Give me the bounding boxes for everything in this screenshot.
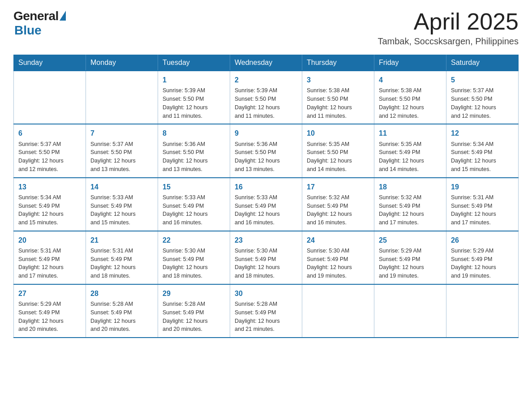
day-info: Sunrise: 5:39 AM Sunset: 5:50 PM Dayligh…	[235, 86, 297, 120]
calendar-cell	[86, 71, 158, 124]
calendar-cell: 13Sunrise: 5:34 AM Sunset: 5:49 PM Dayli…	[14, 178, 86, 231]
logo: General Blue	[13, 9, 66, 38]
day-info: Sunrise: 5:33 AM Sunset: 5:49 PM Dayligh…	[90, 193, 153, 227]
day-number: 20	[18, 235, 81, 245]
day-info: Sunrise: 5:31 AM Sunset: 5:49 PM Dayligh…	[90, 247, 153, 280]
day-info: Sunrise: 5:39 AM Sunset: 5:50 PM Dayligh…	[163, 86, 225, 120]
day-info: Sunrise: 5:29 AM Sunset: 5:49 PM Dayligh…	[379, 247, 442, 280]
calendar-cell: 3Sunrise: 5:38 AM Sunset: 5:50 PM Daylig…	[302, 71, 374, 124]
day-number: 2	[235, 75, 297, 85]
calendar-week-row: 6Sunrise: 5:37 AM Sunset: 5:50 PM Daylig…	[14, 124, 519, 177]
calendar-cell: 8Sunrise: 5:36 AM Sunset: 5:50 PM Daylig…	[158, 124, 230, 177]
day-info: Sunrise: 5:30 AM Sunset: 5:49 PM Dayligh…	[307, 247, 369, 280]
day-info: Sunrise: 5:38 AM Sunset: 5:50 PM Dayligh…	[379, 86, 442, 120]
day-number: 12	[451, 128, 514, 138]
day-info: Sunrise: 5:33 AM Sunset: 5:49 PM Dayligh…	[163, 193, 225, 227]
calendar-cell: 7Sunrise: 5:37 AM Sunset: 5:50 PM Daylig…	[86, 124, 158, 177]
day-number: 19	[451, 182, 514, 192]
calendar-cell: 17Sunrise: 5:32 AM Sunset: 5:49 PM Dayli…	[302, 178, 374, 231]
day-number: 11	[379, 128, 442, 138]
logo-general-text: General	[13, 9, 59, 23]
calendar-cell: 21Sunrise: 5:31 AM Sunset: 5:49 PM Dayli…	[86, 231, 158, 284]
calendar-cell: 4Sunrise: 5:38 AM Sunset: 5:50 PM Daylig…	[374, 71, 446, 124]
day-info: Sunrise: 5:32 AM Sunset: 5:49 PM Dayligh…	[379, 193, 442, 227]
calendar-cell: 5Sunrise: 5:37 AM Sunset: 5:50 PM Daylig…	[446, 71, 519, 124]
day-info: Sunrise: 5:37 AM Sunset: 5:50 PM Dayligh…	[451, 86, 514, 120]
calendar-cell: 1Sunrise: 5:39 AM Sunset: 5:50 PM Daylig…	[158, 71, 230, 124]
day-info: Sunrise: 5:30 AM Sunset: 5:49 PM Dayligh…	[163, 247, 225, 280]
day-number: 30	[235, 288, 297, 299]
day-info: Sunrise: 5:29 AM Sunset: 5:49 PM Dayligh…	[18, 300, 81, 334]
day-info: Sunrise: 5:36 AM Sunset: 5:50 PM Dayligh…	[235, 140, 297, 174]
calendar-cell: 25Sunrise: 5:29 AM Sunset: 5:49 PM Dayli…	[374, 231, 446, 284]
day-info: Sunrise: 5:38 AM Sunset: 5:50 PM Dayligh…	[307, 86, 369, 120]
calendar-cell: 29Sunrise: 5:28 AM Sunset: 5:49 PM Dayli…	[158, 284, 230, 338]
calendar-cell	[302, 284, 374, 338]
calendar-cell: 22Sunrise: 5:30 AM Sunset: 5:49 PM Dayli…	[158, 231, 230, 284]
day-info: Sunrise: 5:35 AM Sunset: 5:49 PM Dayligh…	[379, 140, 442, 174]
calendar-cell: 2Sunrise: 5:39 AM Sunset: 5:50 PM Daylig…	[230, 71, 302, 124]
calendar-cell: 26Sunrise: 5:29 AM Sunset: 5:49 PM Dayli…	[446, 231, 519, 284]
calendar-cell	[446, 284, 519, 338]
calendar-cell: 9Sunrise: 5:36 AM Sunset: 5:50 PM Daylig…	[230, 124, 302, 177]
page-header: General Blue April 2025 Tambak, Soccsksa…	[13, 9, 519, 47]
calendar-cell: 20Sunrise: 5:31 AM Sunset: 5:49 PM Dayli…	[14, 231, 86, 284]
calendar-cell: 24Sunrise: 5:30 AM Sunset: 5:49 PM Dayli…	[302, 231, 374, 284]
day-number: 14	[90, 182, 153, 192]
title-block: April 2025 Tambak, Soccsksargen, Philipp…	[378, 9, 519, 47]
day-info: Sunrise: 5:35 AM Sunset: 5:50 PM Dayligh…	[307, 140, 369, 174]
day-number: 26	[451, 235, 514, 245]
calendar-cell: 14Sunrise: 5:33 AM Sunset: 5:49 PM Dayli…	[86, 178, 158, 231]
calendar-cell: 18Sunrise: 5:32 AM Sunset: 5:49 PM Dayli…	[374, 178, 446, 231]
calendar-cell: 27Sunrise: 5:29 AM Sunset: 5:49 PM Dayli…	[14, 284, 86, 338]
day-info: Sunrise: 5:31 AM Sunset: 5:49 PM Dayligh…	[18, 247, 81, 280]
day-number: 23	[235, 235, 297, 245]
weekday-header-wednesday: Wednesday	[230, 55, 302, 71]
day-number: 27	[18, 288, 81, 299]
day-info: Sunrise: 5:30 AM Sunset: 5:49 PM Dayligh…	[235, 247, 297, 280]
calendar-week-row: 20Sunrise: 5:31 AM Sunset: 5:49 PM Dayli…	[14, 231, 519, 284]
day-info: Sunrise: 5:29 AM Sunset: 5:49 PM Dayligh…	[451, 247, 514, 280]
day-info: Sunrise: 5:33 AM Sunset: 5:49 PM Dayligh…	[235, 193, 297, 227]
calendar-week-row: 1Sunrise: 5:39 AM Sunset: 5:50 PM Daylig…	[14, 71, 519, 124]
day-info: Sunrise: 5:34 AM Sunset: 5:49 PM Dayligh…	[18, 193, 81, 227]
day-number: 24	[307, 235, 369, 245]
day-number: 4	[379, 75, 442, 85]
day-info: Sunrise: 5:37 AM Sunset: 5:50 PM Dayligh…	[90, 140, 153, 174]
day-info: Sunrise: 5:28 AM Sunset: 5:49 PM Dayligh…	[163, 300, 225, 334]
calendar-cell: 15Sunrise: 5:33 AM Sunset: 5:49 PM Dayli…	[158, 178, 230, 231]
day-info: Sunrise: 5:31 AM Sunset: 5:49 PM Dayligh…	[451, 193, 514, 227]
calendar-cell: 23Sunrise: 5:30 AM Sunset: 5:49 PM Dayli…	[230, 231, 302, 284]
day-number: 7	[90, 128, 153, 138]
calendar-table: SundayMondayTuesdayWednesdayThursdayFrid…	[13, 55, 519, 338]
calendar-cell	[374, 284, 446, 338]
calendar-week-row: 27Sunrise: 5:29 AM Sunset: 5:49 PM Dayli…	[14, 284, 519, 338]
logo-blue-text: Blue	[14, 23, 42, 38]
day-info: Sunrise: 5:28 AM Sunset: 5:49 PM Dayligh…	[90, 300, 153, 334]
weekday-header-sunday: Sunday	[14, 55, 86, 71]
calendar-cell: 28Sunrise: 5:28 AM Sunset: 5:49 PM Dayli…	[86, 284, 158, 338]
weekday-header-saturday: Saturday	[446, 55, 519, 71]
location-title: Tambak, Soccsksargen, Philippines	[378, 36, 519, 47]
day-info: Sunrise: 5:32 AM Sunset: 5:49 PM Dayligh…	[307, 193, 369, 227]
logo-triangle-icon	[60, 11, 66, 21]
day-info: Sunrise: 5:37 AM Sunset: 5:50 PM Dayligh…	[18, 140, 81, 174]
day-number: 16	[235, 182, 297, 192]
day-number: 15	[163, 182, 225, 192]
day-number: 8	[163, 128, 225, 138]
day-number: 3	[307, 75, 369, 85]
weekday-header-thursday: Thursday	[302, 55, 374, 71]
day-info: Sunrise: 5:34 AM Sunset: 5:49 PM Dayligh…	[451, 140, 514, 174]
calendar-cell: 16Sunrise: 5:33 AM Sunset: 5:49 PM Dayli…	[230, 178, 302, 231]
day-number: 13	[18, 182, 81, 192]
day-number: 9	[235, 128, 297, 138]
day-number: 17	[307, 182, 369, 192]
day-info: Sunrise: 5:36 AM Sunset: 5:50 PM Dayligh…	[163, 140, 225, 174]
calendar-cell: 19Sunrise: 5:31 AM Sunset: 5:49 PM Dayli…	[446, 178, 519, 231]
day-info: Sunrise: 5:28 AM Sunset: 5:49 PM Dayligh…	[235, 300, 297, 334]
calendar-header-row: SundayMondayTuesdayWednesdayThursdayFrid…	[14, 55, 519, 71]
day-number: 5	[451, 75, 514, 85]
day-number: 28	[90, 288, 153, 299]
day-number: 1	[163, 75, 225, 85]
weekday-header-friday: Friday	[374, 55, 446, 71]
